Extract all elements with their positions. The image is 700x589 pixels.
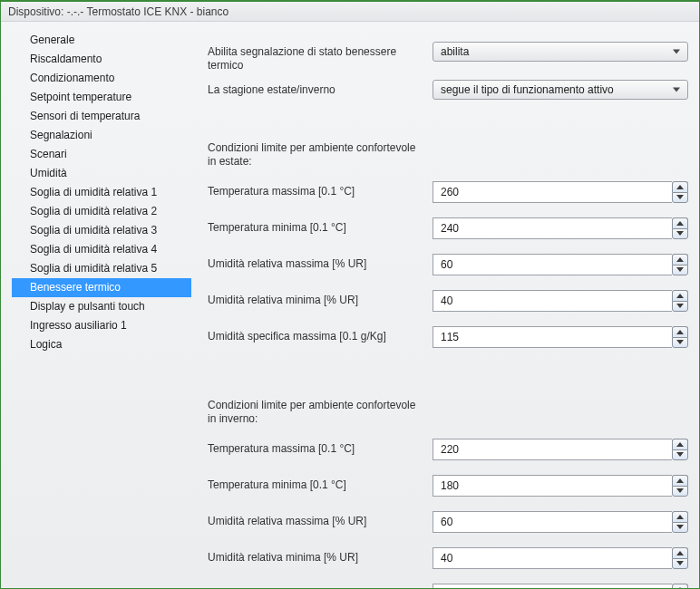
window-title: Dispositivo: -.-.- Termostato ICE KNX - … <box>1 2 699 22</box>
label-winter-tmin: Temperatura minima [0.1 °C] <box>208 475 433 492</box>
sidebar-item-1[interactable]: Riscaldamento <box>1 50 199 69</box>
svg-marker-7 <box>676 304 684 308</box>
sidebar-item-9[interactable]: Soglia di umidità relativa 2 <box>1 202 199 221</box>
label-summer-tmax: Temperatura massima [0.1 °C] <box>208 181 433 198</box>
input-winter-shmax[interactable] <box>433 584 672 588</box>
sidebar-item-8[interactable]: Soglia di umidità relativa 1 <box>1 183 199 202</box>
label-summer-rhmax: Umidità relativa massima [% UR] <box>208 254 433 271</box>
input-summer-shmax[interactable] <box>433 326 672 348</box>
label-summer-shmax: Umidità specifica massima [0.1 g/Kg] <box>208 326 433 343</box>
input-winter-rhmax[interactable] <box>433 511 672 533</box>
label-summer-rhmin: Umidità relativa minima [% UR] <box>208 290 433 307</box>
label-winter-rhmax: Umidità relativa massima [% UR] <box>208 511 433 528</box>
sidebar-item-label: Soglia di umidità relativa 2 <box>30 205 157 217</box>
row-winter-tmax: Temperatura massima [0.1 °C] <box>208 439 688 460</box>
spin-up-summer-rhmax[interactable] <box>672 254 688 265</box>
spin-down-winter-rhmin[interactable] <box>672 558 688 570</box>
sidebar-item-label: Condizionamento <box>30 72 114 84</box>
select-season-value: segue il tipo di funzionamento attivo <box>441 83 614 96</box>
numeric-winter-rhmax <box>433 511 688 533</box>
select-enable[interactable]: abilita <box>433 42 688 62</box>
svg-marker-16 <box>676 551 684 555</box>
label-winter-tmax: Temperatura massima [0.1 °C] <box>208 439 433 456</box>
label-summer-header: Condizioni limite per ambiente confortev… <box>208 140 433 169</box>
svg-marker-8 <box>676 330 684 334</box>
sidebar-item-15[interactable]: Ingresso ausiliario 1 <box>1 316 199 335</box>
spin-up-summer-rhmin[interactable] <box>672 290 688 301</box>
spin-up-winter-rhmax[interactable] <box>672 511 688 522</box>
sidebar-nav: GeneraleRiscaldamentoCondizionamentoSetp… <box>1 22 199 588</box>
numeric-winter-rhmin <box>433 547 688 569</box>
params-panel: Abilita segnalazione di stato benessere … <box>199 22 699 588</box>
svg-marker-5 <box>676 267 684 272</box>
spin-down-summer-rhmax[interactable] <box>672 265 688 276</box>
numeric-summer-tmin <box>433 217 688 239</box>
svg-marker-12 <box>676 478 684 483</box>
spin-up-summer-tmin[interactable] <box>672 217 688 228</box>
numeric-summer-shmax <box>433 326 688 348</box>
sidebar-item-label: Riscaldamento <box>30 53 102 65</box>
label-enable: Abilita segnalazione di stato benessere … <box>208 42 433 72</box>
sidebar-item-5[interactable]: Segnalazioni <box>1 126 199 145</box>
sidebar-item-14[interactable]: Display e pulsanti touch <box>1 297 199 316</box>
numeric-winter-tmax <box>433 439 688 460</box>
spin-down-winter-tmin[interactable] <box>672 486 688 497</box>
spin-up-summer-shmax[interactable] <box>672 326 688 337</box>
row-summer-tmax: Temperatura massima [0.1 °C] <box>208 181 688 203</box>
sidebar-item-label: Soglia di umidità relativa 3 <box>30 224 157 237</box>
sidebar-item-11[interactable]: Soglia di umidità relativa 4 <box>1 240 199 259</box>
spin-up-summer-tmax[interactable] <box>672 181 688 192</box>
sidebar-item-6[interactable]: Scenari <box>1 145 199 164</box>
sidebar-item-label: Setpoint temperature <box>30 91 131 103</box>
spin-down-summer-shmax[interactable] <box>672 337 688 349</box>
svg-marker-10 <box>676 442 684 447</box>
row-summer-rhmax: Umidità relativa massima [% UR] <box>208 254 688 275</box>
sidebar-item-2[interactable]: Condizionamento <box>1 69 199 88</box>
svg-marker-9 <box>676 340 684 344</box>
sidebar-item-label: Segnalazioni <box>30 129 92 141</box>
row-winter-rhmin: Umidità relativa minima [% UR] <box>208 547 688 569</box>
numeric-summer-rhmax <box>433 254 688 275</box>
sidebar-item-0[interactable]: Generale <box>1 31 199 50</box>
sidebar-item-label: Logica <box>30 338 62 351</box>
svg-marker-13 <box>676 488 684 493</box>
row-enable: Abilita segnalazione di stato benessere … <box>208 42 688 72</box>
select-season[interactable]: segue il tipo di funzionamento attivo <box>433 80 688 100</box>
input-winter-rhmin[interactable] <box>433 547 672 569</box>
spin-up-winter-tmin[interactable] <box>672 475 688 486</box>
row-season: La stagione estate/inverno segue il tipo… <box>208 80 688 101</box>
svg-marker-3 <box>676 231 684 236</box>
sidebar-item-12[interactable]: Soglia di umidità relativa 5 <box>1 259 199 278</box>
sidebar-item-10[interactable]: Soglia di umidità relativa 3 <box>1 221 199 240</box>
sidebar-item-label: Generale <box>30 34 74 46</box>
spin-down-summer-tmax[interactable] <box>672 192 688 204</box>
spin-down-summer-rhmin[interactable] <box>672 301 688 313</box>
spin-down-winter-tmax[interactable] <box>672 449 688 461</box>
row-winter-tmin: Temperatura minima [0.1 °C] <box>208 475 688 497</box>
spin-up-winter-tmax[interactable] <box>672 439 688 449</box>
spin-up-winter-rhmin[interactable] <box>672 547 688 558</box>
spin-up-winter-shmax[interactable] <box>672 584 688 588</box>
sidebar-item-13[interactable]: Benessere termico <box>12 278 191 297</box>
sidebar-item-label: Display e pulsanti touch <box>30 300 145 313</box>
sidebar-item-4[interactable]: Sensori di temperatura <box>1 107 199 126</box>
select-enable-value: abilita <box>441 45 469 58</box>
spacer <box>208 105 688 132</box>
row-winter-shmax: Umidità specifica massima [0.1 g/Kg] <box>208 584 688 588</box>
spin-down-summer-tmin[interactable] <box>672 228 688 240</box>
row-summer-rhmin: Umidità relativa minima [% UR] <box>208 290 688 312</box>
sidebar-item-3[interactable]: Setpoint temperature <box>1 88 199 107</box>
sidebar-item-16[interactable]: Logica <box>1 335 199 354</box>
input-winter-tmin[interactable] <box>433 475 672 497</box>
sidebar-item-label: Ingresso ausiliario 1 <box>30 319 127 332</box>
input-summer-tmin[interactable] <box>433 217 672 239</box>
input-summer-tmax[interactable] <box>433 181 672 203</box>
sidebar-item-7[interactable]: Umidità <box>1 164 199 183</box>
sidebar-item-label: Soglia di umidità relativa 4 <box>30 243 157 256</box>
input-summer-rhmin[interactable] <box>433 290 672 312</box>
spin-down-winter-rhmax[interactable] <box>672 522 688 534</box>
sidebar-item-label: Umidità <box>30 167 67 179</box>
input-summer-rhmax[interactable] <box>433 254 672 275</box>
input-winter-tmax[interactable] <box>433 439 672 460</box>
svg-marker-18 <box>676 587 684 588</box>
